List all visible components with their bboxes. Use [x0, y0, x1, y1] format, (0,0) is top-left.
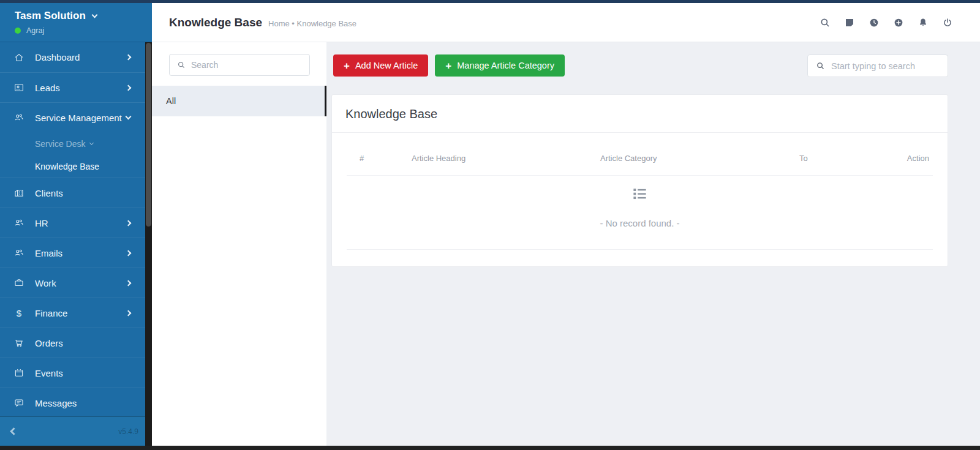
- power-icon[interactable]: [942, 17, 953, 28]
- divider: [347, 249, 933, 250]
- table-header-row: # Article Heading Article Category To Ac…: [332, 133, 948, 175]
- button-label: Manage Article Category: [457, 61, 554, 70]
- scrollbar-thumb[interactable]: [146, 43, 151, 227]
- chevron-right-icon: [126, 54, 132, 61]
- chevron-right-icon: [126, 84, 132, 91]
- page-title: Knowledge Base: [169, 16, 262, 29]
- search-icon: [177, 61, 186, 69]
- sidebar-item-label: Finance: [35, 308, 67, 318]
- category-item-all[interactable]: All: [152, 86, 326, 116]
- main-content: + Add New Article + Manage Article Categ…: [326, 42, 980, 446]
- no-record-text: - No record found. -: [332, 218, 948, 228]
- empty-state: - No record found. -: [332, 176, 948, 228]
- sidebar-item-label: Emails: [35, 248, 62, 258]
- knowledge-base-card: Knowledge Base # Article Heading Article…: [331, 94, 948, 267]
- chevron-down-icon: [126, 113, 132, 119]
- cart-icon: [13, 337, 24, 348]
- sidebar-scrollbar[interactable]: [145, 42, 152, 446]
- category-search-box: [169, 54, 310, 76]
- sidebar-item-label: Messages: [35, 398, 77, 408]
- category-label: All: [166, 96, 176, 106]
- user-status: Agraj: [15, 26, 152, 35]
- sidebar-item-label: HR: [35, 218, 48, 228]
- dollar-icon: $: [13, 307, 24, 318]
- sidebar-nav: Dashboard Leads Service Management Servi…: [0, 42, 145, 418]
- submenu-item-label: Knowledge Base: [35, 162, 99, 171]
- app-version: v5.4.9: [118, 427, 138, 436]
- sidebar-footer: v5.4.9: [0, 416, 145, 446]
- sidebar-item-clients[interactable]: Clients: [0, 178, 145, 208]
- chat-icon: [13, 397, 24, 408]
- submenu-item-label: Service Desk: [35, 139, 85, 149]
- plus-icon: +: [344, 61, 350, 71]
- sidebar-item-label: Orders: [35, 338, 63, 348]
- sidebar-item-label: Work: [35, 278, 56, 288]
- search-icon: [816, 61, 825, 70]
- bell-icon[interactable]: [918, 17, 929, 28]
- chevron-down-icon: [89, 141, 94, 145]
- table-search-box: [807, 54, 948, 77]
- column-header-action: Action: [892, 154, 929, 163]
- online-status-icon: [15, 28, 21, 34]
- submenu-item-knowledge-base[interactable]: Knowledge Base: [0, 155, 145, 178]
- manage-article-category-button[interactable]: + Manage Article Category: [435, 54, 565, 77]
- collapse-sidebar-icon[interactable]: [10, 427, 18, 435]
- sidebar-item-service-management[interactable]: Service Management: [0, 102, 145, 132]
- id-card-icon: [13, 82, 24, 93]
- sidebar-item-label: Clients: [35, 188, 63, 198]
- sidebar-item-dashboard[interactable]: Dashboard: [0, 42, 145, 72]
- sidebar-item-emails[interactable]: Emails: [0, 238, 145, 268]
- sidebar-item-messages[interactable]: Messages: [0, 388, 145, 418]
- sidebar-item-leads[interactable]: Leads: [0, 72, 145, 102]
- column-header-article-heading: Article Heading: [412, 154, 600, 163]
- column-header-to: To: [799, 154, 892, 163]
- people-icon: [13, 247, 24, 258]
- chevron-right-icon: [126, 250, 132, 256]
- add-new-article-button[interactable]: + Add New Article: [333, 54, 428, 77]
- panel-scrollbar-thumb[interactable]: [325, 86, 326, 116]
- sidebar-item-hr[interactable]: HR: [0, 208, 145, 238]
- sidebar-item-orders[interactable]: Orders: [0, 328, 145, 358]
- sidebar-item-finance[interactable]: $ Finance: [0, 298, 145, 328]
- sidebar: Tasm Solution Agraj Dashboard Leads Serv…: [0, 3, 152, 446]
- sidebar-header: Tasm Solution Agraj: [0, 3, 152, 42]
- home-icon: [13, 52, 24, 63]
- sidebar-item-label: Dashboard: [35, 52, 80, 62]
- sidebar-item-label: Leads: [35, 83, 60, 93]
- card-title: Knowledge Base: [332, 95, 948, 132]
- column-header-article-category: Article Category: [600, 154, 799, 163]
- building-icon: [13, 187, 24, 198]
- note-icon[interactable]: [844, 17, 855, 28]
- chevron-right-icon: [126, 310, 132, 316]
- bottom-strip: [0, 446, 980, 450]
- action-buttons: + Add New Article + Manage Article Categ…: [333, 54, 565, 77]
- calendar-icon: [13, 367, 24, 378]
- category-search-input[interactable]: [191, 60, 302, 70]
- brand-menu[interactable]: Tasm Solution: [15, 10, 152, 22]
- plus-circle-icon[interactable]: [893, 17, 904, 28]
- search-icon[interactable]: [820, 17, 831, 28]
- column-header-index: #: [360, 154, 412, 163]
- people-icon: [13, 112, 24, 123]
- user-name: Agraj: [26, 26, 44, 35]
- top-header: Knowledge Base Home • Knowledge Base: [152, 3, 980, 42]
- sidebar-item-label: Events: [35, 368, 63, 378]
- submenu-item-service-desk[interactable]: Service Desk: [0, 132, 145, 155]
- sidebar-item-label: Service Management: [35, 113, 122, 123]
- people-icon: [13, 217, 24, 228]
- button-label: Add New Article: [355, 61, 418, 70]
- chevron-down-icon: [91, 12, 97, 18]
- top-accent-strip: [0, 0, 980, 3]
- breadcrumb: Home • Knowledge Base: [268, 17, 356, 28]
- brand-name: Tasm Solution: [15, 10, 86, 22]
- sidebar-item-events[interactable]: Events: [0, 358, 145, 388]
- table-search-input[interactable]: [831, 61, 941, 71]
- plus-icon: +: [445, 61, 451, 71]
- chevron-right-icon: [126, 280, 132, 286]
- list-icon: [631, 186, 648, 202]
- chevron-right-icon: [126, 220, 132, 226]
- sidebar-item-work[interactable]: Work: [0, 268, 145, 298]
- header-icons: [820, 17, 953, 28]
- category-panel: All: [152, 42, 326, 446]
- clock-icon[interactable]: [869, 17, 880, 28]
